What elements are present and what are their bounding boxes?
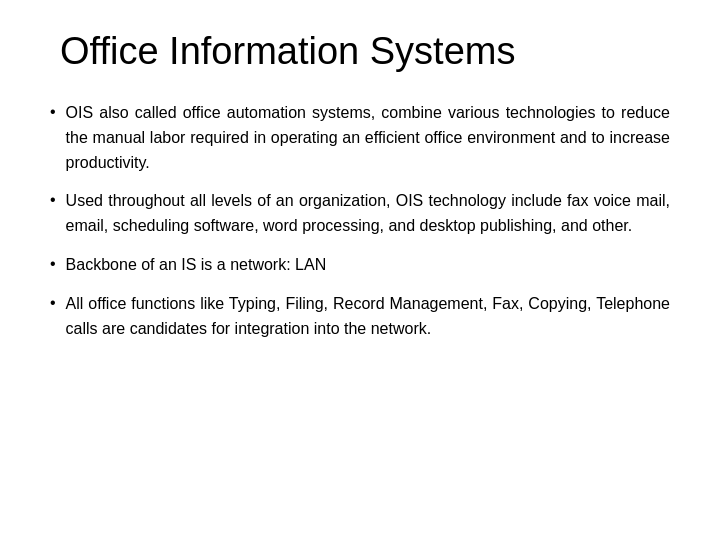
page: Office Information Systems • OIS also ca… (0, 0, 720, 540)
bullet-text: Used throughout all levels of an organiz… (66, 189, 670, 239)
list-item: • Backbone of an IS is a network: LAN (50, 253, 670, 278)
bullet-marker: • (50, 103, 56, 121)
content-area: • OIS also called office automation syst… (50, 101, 670, 341)
bullet-text: OIS also called office automation system… (66, 101, 670, 175)
list-item: • OIS also called office automation syst… (50, 101, 670, 175)
bullet-marker: • (50, 294, 56, 312)
bullet-marker: • (50, 191, 56, 209)
bullet-text: Backbone of an IS is a network: LAN (66, 253, 327, 278)
bullet-marker: • (50, 255, 56, 273)
list-item: • All office functions like Typing, Fili… (50, 292, 670, 342)
page-title: Office Information Systems (50, 30, 670, 73)
list-item: • Used throughout all levels of an organ… (50, 189, 670, 239)
bullet-text: All office functions like Typing, Filing… (66, 292, 670, 342)
